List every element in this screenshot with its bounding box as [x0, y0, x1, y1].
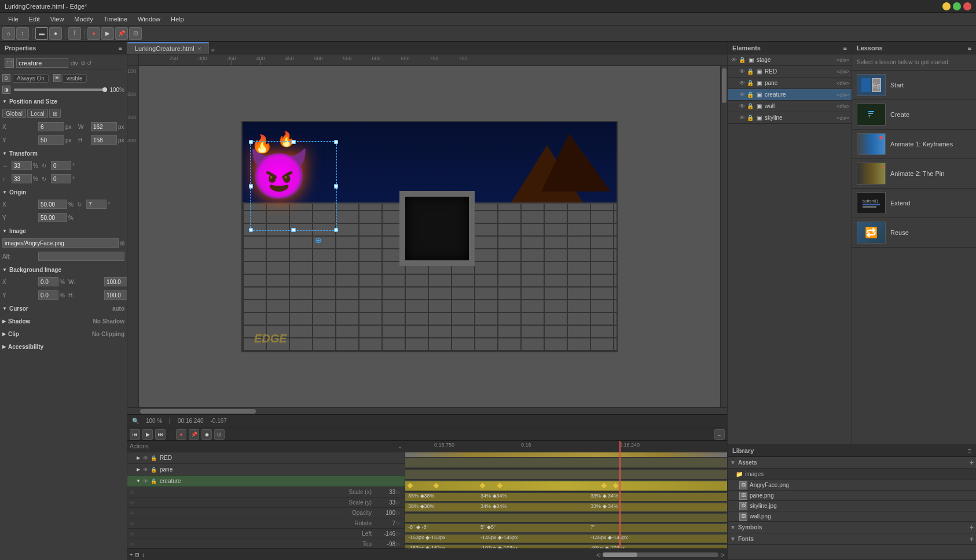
elem-wall[interactable]: 👁 🔒 ▣ wall <div> [728, 101, 852, 112]
tl-prop-arrow-left-r[interactable]: ▷ [397, 531, 402, 536]
element-name-input[interactable] [16, 58, 68, 68]
toolbar-play-button[interactable]: ▶ [101, 27, 114, 40]
tl-layer-red[interactable]: ▶ 👁 🔒 RED [127, 452, 405, 464]
elem-stage[interactable]: 👁 🔒 ▣ stage <div> [728, 54, 852, 66]
rotate-y-input[interactable] [51, 174, 71, 183]
lesson-animate1[interactable]: Animate 1: Keyframes [852, 130, 976, 159]
maximize-button[interactable] [953, 2, 961, 10]
elem-lock-red[interactable]: 🔒 [746, 68, 754, 75]
tl-delete-icon[interactable]: ⊟ [135, 552, 140, 558]
lib-item-wall[interactable]: 🖼 wall.png [728, 511, 976, 522]
window-controls[interactable] [942, 2, 971, 10]
tl-scroll-thumb[interactable] [603, 552, 637, 557]
minimize-button[interactable] [942, 2, 951, 10]
transform-section[interactable]: ▼ Transform [2, 148, 124, 159]
x-input[interactable] [38, 122, 64, 131]
tl-scroll-bar[interactable] [603, 552, 718, 557]
tl-forward-button[interactable]: ⏭ [155, 429, 166, 440]
elem-eye-stage[interactable]: 👁 [730, 57, 738, 63]
lib-add-font-icon[interactable]: + [970, 535, 974, 543]
menu-view[interactable]: View [46, 14, 69, 24]
visible-button[interactable]: visible [63, 74, 87, 83]
lib-item-pane[interactable]: 🖼 pane.png [728, 491, 976, 501]
opacity-slider[interactable] [14, 89, 107, 91]
bg-w-input[interactable] [104, 277, 127, 286]
lib-add-symbol-icon[interactable]: + [970, 524, 974, 532]
menu-file[interactable]: File [3, 14, 23, 24]
elem-lock-wall[interactable]: 🔒 [746, 103, 754, 109]
properties-menu-icon[interactable]: ≡ [119, 45, 122, 51]
image-path-input[interactable] [2, 238, 119, 248]
lib-fonts-section[interactable]: ▼ Fonts + [728, 533, 976, 545]
bg-h-input[interactable] [104, 290, 127, 300]
tl-prop-arrow-op-r[interactable]: ▷ [397, 510, 402, 515]
scale-y-input[interactable] [12, 174, 32, 183]
library-options-icon[interactable]: ≡ [968, 447, 971, 454]
tl-expand-red[interactable]: ▶ [135, 455, 141, 461]
w-input[interactable] [91, 122, 117, 131]
elem-red[interactable]: 👁 🔒 ▣ RED <div> [728, 66, 852, 78]
element-settings-icon[interactable]: ⚙ [80, 60, 86, 67]
lib-symbols-section[interactable]: ▼ Symbols + [728, 522, 976, 533]
toolbar-record-button[interactable]: ● [87, 27, 100, 40]
tl-prop-arrow-left[interactable]: ◁ [130, 531, 135, 536]
tl-move-icon[interactable]: ↕ [142, 552, 145, 558]
elem-creature[interactable]: 👁 🔒 ▣ creature <div> [728, 89, 852, 101]
tl-eye-pane[interactable]: 👁 [141, 466, 149, 474]
tl-lock-creature[interactable]: 🔒 [149, 477, 157, 485]
tl-collapse-icon[interactable]: ⌄ [398, 443, 402, 450]
menu-edit[interactable]: Edit [24, 14, 45, 24]
bg-x-input[interactable] [38, 277, 58, 286]
elem-eye-wall[interactable]: 👁 [738, 103, 746, 109]
tl-prop-arrow-rot[interactable]: ◁ [130, 521, 135, 526]
rotate-x-input[interactable] [51, 161, 71, 170]
toolbar-text-button[interactable]: T [68, 27, 81, 40]
tl-lock-pane[interactable]: 🔒 [149, 466, 157, 474]
toolbar-pin2-button[interactable]: 📌 [115, 27, 128, 40]
y-input[interactable] [38, 135, 64, 145]
elem-eye-red[interactable]: 👁 [738, 68, 746, 75]
element-refresh-icon[interactable]: ↺ [87, 60, 91, 67]
lib-images-section[interactable]: 📁 images [728, 469, 976, 480]
tab-lurking-creature[interactable]: LurkingCreature.html × [127, 42, 209, 54]
global-button[interactable]: Global [2, 109, 26, 118]
bg-image-section[interactable]: ▼ Background Image [2, 264, 124, 275]
tl-expand-pane[interactable]: ▶ [135, 467, 141, 473]
elem-eye-pane[interactable]: 👁 [738, 80, 746, 86]
origin-rotate-input[interactable] [86, 200, 107, 209]
toolbar-ellipse-button[interactable]: ● [49, 27, 62, 40]
lib-item-angryface[interactable]: 🖼 AngryFace.png [728, 480, 976, 491]
pos-settings-button[interactable]: ⊞ [49, 109, 61, 118]
menu-window[interactable]: Window [133, 14, 165, 24]
tl-layer-pane[interactable]: ▶ 👁 🔒 pane [127, 464, 405, 476]
scrollbar-h-thumb[interactable] [140, 409, 256, 414]
elem-eye-creature[interactable]: 👁 [738, 91, 746, 98]
elem-pane[interactable]: 👁 🔒 ▣ pane <div> [728, 78, 852, 89]
lesson-reuse[interactable]: 🔁 Reuse [852, 218, 976, 248]
always-on-button[interactable]: Always On [13, 74, 49, 83]
toolbar-home-button[interactable]: ⌂ [2, 27, 15, 40]
tl-prop-arrow-sy-r[interactable]: ▷ [397, 500, 402, 505]
local-button[interactable]: Local [27, 109, 48, 118]
tab-close-icon[interactable]: × [198, 46, 201, 52]
toolbar-pin-button[interactable]: ↕ [16, 27, 29, 40]
elem-skyline[interactable]: 👁 🔒 ▣ skyline <div> [728, 112, 852, 124]
menu-timeline[interactable]: Timeline [99, 14, 132, 24]
tl-scroll-right[interactable]: ▷ [721, 552, 725, 558]
lib-assets-section[interactable]: ▼ Assets + [728, 457, 976, 469]
elem-lock-pane[interactable]: 🔒 [746, 80, 754, 86]
cursor-section[interactable]: ▼ Cursor auto [2, 303, 124, 314]
tl-prop-arrow-sx[interactable]: ◁ [130, 489, 135, 495]
origin-y-input[interactable] [38, 213, 67, 222]
alt-input[interactable] [38, 252, 124, 261]
tl-lock-red[interactable]: 🔒 [149, 454, 157, 462]
menu-modify[interactable]: Modify [69, 14, 97, 24]
elem-lock-stage[interactable]: 🔒 [738, 57, 746, 63]
origin-x-input[interactable] [38, 200, 67, 209]
elem-eye-skyline[interactable]: 👁 [738, 115, 746, 121]
image-section[interactable]: ▼ Image [2, 226, 124, 236]
position-size-section[interactable]: ▼ Position and Size [2, 96, 124, 106]
elem-lock-skyline[interactable]: 🔒 [746, 115, 754, 121]
scale-x-input[interactable] [12, 161, 32, 170]
tab-options-icon[interactable]: ≡ [211, 47, 215, 54]
